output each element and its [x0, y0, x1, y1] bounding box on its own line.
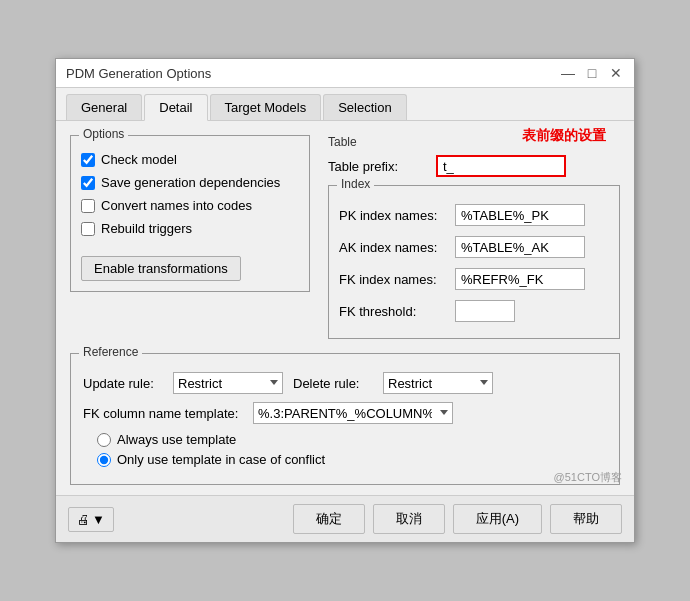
- check-model-label: Check model: [101, 152, 177, 167]
- rebuild-triggers-label: Rebuild triggers: [101, 221, 192, 236]
- table-prefix-row: Table prefix: 表前缀的设置: [328, 155, 620, 177]
- ak-index-input[interactable]: [455, 236, 585, 258]
- reference-section: Reference Update rule: Restrict Cascade …: [70, 353, 620, 485]
- update-rule-label: Update rule:: [83, 376, 163, 391]
- minimize-button[interactable]: ―: [560, 65, 576, 81]
- check-model-checkbox[interactable]: [81, 153, 95, 167]
- tab-general[interactable]: General: [66, 94, 142, 120]
- save-generation-checkbox[interactable]: [81, 176, 95, 190]
- conflict-template-label: Only use template in case of conflict: [117, 452, 325, 467]
- ak-index-label: AK index names:: [339, 240, 449, 255]
- two-column-layout: Options Check model Save generation depe…: [70, 135, 620, 339]
- maximize-button[interactable]: □: [584, 65, 600, 81]
- fk-threshold-label: FK threshold:: [339, 304, 449, 319]
- save-generation-row: Save generation dependencies: [81, 175, 299, 190]
- help-button[interactable]: 帮助: [550, 504, 622, 534]
- always-template-label: Always use template: [117, 432, 236, 447]
- index-group: Index PK index names: AK index names: FK…: [328, 185, 620, 339]
- tab-detail[interactable]: Detail: [144, 94, 207, 121]
- fk-template-row: FK column name template: %.3:PARENT%_%CO…: [83, 402, 607, 424]
- fk-index-input[interactable]: [455, 268, 585, 290]
- watermark: @51CTO博客: [554, 470, 622, 485]
- table-section: Table Table prefix: 表前缀的设置: [328, 135, 620, 177]
- tab-target-models[interactable]: Target Models: [210, 94, 322, 120]
- always-template-row: Always use template: [97, 432, 607, 447]
- window-controls: ― □ ✕: [560, 65, 624, 81]
- table-prefix-label: Table prefix:: [328, 159, 428, 174]
- print-dropdown-icon: ▼: [92, 512, 105, 527]
- main-window: PDM Generation Options ― □ ✕ General Det…: [55, 58, 635, 543]
- check-model-row: Check model: [81, 152, 299, 167]
- conflict-template-radio[interactable]: [97, 453, 111, 467]
- fk-threshold-row: FK threshold:: [339, 300, 609, 322]
- convert-names-label: Convert names into codes: [101, 198, 252, 213]
- delete-rule-label: Delete rule:: [293, 376, 373, 391]
- rebuild-triggers-checkbox[interactable]: [81, 222, 95, 236]
- always-template-radio[interactable]: [97, 433, 111, 447]
- enable-transformations-button[interactable]: Enable transformations: [81, 256, 241, 281]
- print-icon: 🖨: [77, 512, 90, 527]
- table-section-title: Table: [328, 135, 620, 149]
- reference-group: Reference Update rule: Restrict Cascade …: [70, 353, 620, 485]
- fk-template-label: FK column name template:: [83, 406, 243, 421]
- conflict-template-row: Only use template in case of conflict: [97, 452, 607, 467]
- print-button[interactable]: 🖨 ▼: [68, 507, 114, 532]
- confirm-button[interactable]: 确定: [293, 504, 365, 534]
- delete-rule-select[interactable]: Restrict Cascade Set Null: [383, 372, 493, 394]
- convert-names-checkbox[interactable]: [81, 199, 95, 213]
- table-prefix-input[interactable]: [436, 155, 566, 177]
- convert-names-row: Convert names into codes: [81, 198, 299, 213]
- apply-button[interactable]: 应用(A): [453, 504, 542, 534]
- fk-template-select[interactable]: %.3:PARENT%_%COLUMN%: [253, 402, 453, 424]
- content-area: Options Check model Save generation depe…: [56, 121, 634, 495]
- save-generation-label: Save generation dependencies: [101, 175, 280, 190]
- fk-index-row: FK index names:: [339, 268, 609, 290]
- fk-threshold-input[interactable]: [455, 300, 515, 322]
- fk-index-label: FK index names:: [339, 272, 449, 287]
- options-group-title: Options: [79, 127, 128, 141]
- pk-index-label: PK index names:: [339, 208, 449, 223]
- index-group-title: Index: [337, 177, 374, 191]
- close-button[interactable]: ✕: [608, 65, 624, 81]
- reference-group-title: Reference: [79, 345, 142, 359]
- pk-index-input[interactable]: [455, 204, 585, 226]
- update-delete-rule-row: Update rule: Restrict Cascade Set Null D…: [83, 372, 607, 394]
- rebuild-triggers-row: Rebuild triggers: [81, 221, 299, 236]
- pk-index-row: PK index names:: [339, 204, 609, 226]
- right-column: Table Table prefix: 表前缀的设置 Index PK inde…: [328, 135, 620, 339]
- table-prefix-wrapper: 表前缀的设置: [436, 155, 566, 177]
- bottom-bar: 🖨 ▼ 确定 取消 应用(A) 帮助: [56, 495, 634, 542]
- ak-index-row: AK index names:: [339, 236, 609, 258]
- cancel-button[interactable]: 取消: [373, 504, 445, 534]
- update-rule-select[interactable]: Restrict Cascade Set Null: [173, 372, 283, 394]
- tab-selection[interactable]: Selection: [323, 94, 406, 120]
- title-bar: PDM Generation Options ― □ ✕: [56, 59, 634, 88]
- left-column: Options Check model Save generation depe…: [70, 135, 310, 339]
- options-group: Options Check model Save generation depe…: [70, 135, 310, 292]
- tab-bar: General Detail Target Models Selection: [56, 88, 634, 121]
- window-title: PDM Generation Options: [66, 66, 211, 81]
